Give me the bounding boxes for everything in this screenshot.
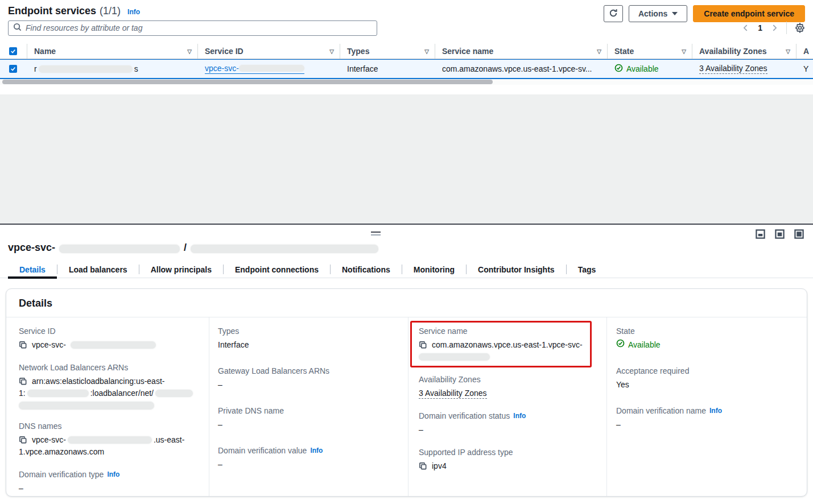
content-background (0, 94, 813, 224)
details-column-4: State Available Acceptance required Yes (607, 317, 807, 497)
previous-page-button[interactable] (742, 24, 750, 32)
search-box[interactable] (8, 20, 377, 36)
redacted-panel-title-name (191, 245, 378, 253)
nlb-arn-fragment: 1: (19, 387, 26, 399)
field-types: Types Interface (218, 327, 398, 351)
preferences-gear-button[interactable] (795, 23, 805, 33)
details-column-3: Service name com.amazonaws.vpce.us-east-… (408, 317, 607, 497)
column-header-service-id[interactable]: Service ID ▽ (198, 44, 340, 59)
info-link[interactable]: Info (107, 470, 119, 478)
panel-title-separator: / (184, 242, 187, 254)
column-header-label: Service ID (205, 47, 244, 56)
column-header-name[interactable]: Name ▽ (27, 44, 198, 59)
column-header-label: Name (34, 47, 56, 56)
column-header-label: A (803, 47, 809, 56)
column-header-label: State (614, 47, 634, 56)
ip-type-value: ipv4 (432, 460, 447, 472)
page-number[interactable]: 1 (758, 23, 762, 32)
details-card: Details Service ID vpce-svc- Network Loa… (6, 288, 807, 497)
column-header-label: Types (347, 47, 369, 56)
tab-endpoint-connections[interactable]: Endpoint connections (224, 261, 330, 278)
acceptance-value: Yes (616, 379, 797, 391)
table-row: r s vpce-svc- Interface com.amazonaws.vp… (0, 59, 813, 79)
row-service-id-cell: vpce-svc- (198, 60, 340, 78)
refresh-button[interactable] (604, 5, 623, 22)
copy-icon[interactable] (19, 341, 27, 349)
panel-position-bottom-icon[interactable] (756, 229, 765, 239)
filter-icon[interactable]: ▽ (424, 48, 429, 55)
select-all-checkbox[interactable] (9, 47, 17, 55)
service-id-link[interactable]: vpce-svc- (205, 64, 304, 74)
split-panel-layout-controls (756, 229, 804, 239)
column-header-label: Service name (442, 47, 493, 56)
row-checkbox[interactable] (9, 65, 17, 73)
next-page-button[interactable] (770, 24, 778, 32)
filter-icon[interactable]: ▽ (597, 48, 601, 55)
column-header-state[interactable]: State ▽ (608, 44, 692, 59)
page-header: Endpoint services (1/1) Info Actions Cre… (0, 0, 813, 20)
copy-icon[interactable] (419, 341, 427, 349)
empty-value: – (419, 424, 596, 436)
info-link[interactable]: Info (310, 447, 323, 455)
table-header-row: Name ▽ Service ID ▽ Types ▽ Service name… (0, 44, 813, 59)
column-header-availability-zones[interactable]: Availability Zones ▽ (692, 44, 797, 59)
tab-allow-principals[interactable]: Allow principals (139, 261, 223, 278)
row-name-fragment: r (34, 64, 37, 73)
search-input[interactable] (26, 23, 372, 32)
availability-zones-link[interactable]: 3 Availability Zones (419, 389, 487, 399)
tab-notifications[interactable]: Notifications (331, 261, 402, 278)
info-link[interactable]: Info (709, 407, 722, 415)
resource-count: (1/1) (100, 5, 121, 17)
dns-fragment: .us-east- (154, 434, 184, 446)
column-header-types[interactable]: Types ▽ (340, 44, 435, 59)
horizontal-scrollbar-thumb[interactable] (2, 80, 493, 84)
copy-icon[interactable] (19, 377, 27, 386)
dns-fragment: vpce-svc- (32, 434, 66, 446)
filter-icon[interactable]: ▽ (682, 48, 686, 55)
empty-value: – (218, 458, 398, 470)
tab-details[interactable]: Details (8, 261, 57, 278)
field-label: Availability Zones (419, 375, 596, 384)
field-availability-zones: Availability Zones 3 Availability Zones (419, 375, 596, 399)
nlb-arn-fragment: :loadbalancer/net/ (90, 387, 154, 399)
filter-icon[interactable]: ▽ (329, 48, 334, 55)
field-dns-names: DNS names vpce-svc- .us-east- 1.vpce.ama… (19, 422, 199, 458)
row-select-cell (0, 60, 27, 78)
panel-position-full-icon[interactable] (794, 229, 804, 239)
search-icon (13, 23, 22, 33)
field-label: Private DNS name (218, 406, 398, 415)
field-label: DNS names (19, 422, 199, 431)
filter-icon[interactable]: ▽ (187, 48, 192, 55)
row-availability-zones-cell: 3 Availability Zones (692, 60, 797, 78)
header-info-link[interactable]: Info (127, 8, 140, 16)
details-column-2: Types Interface Gateway Load Balancers A… (209, 317, 408, 497)
redacted-name (39, 65, 133, 73)
tab-monitoring[interactable]: Monitoring (402, 261, 466, 278)
copy-icon[interactable] (419, 462, 427, 470)
toolbar-divider (786, 22, 787, 34)
actions-button[interactable]: Actions (629, 5, 687, 22)
tab-contributor-insights[interactable]: Contributor Insights (467, 261, 566, 278)
column-header-service-name[interactable]: Service name ▽ (435, 44, 608, 59)
create-endpoint-service-button[interactable]: Create endpoint service (693, 5, 805, 22)
details-card-body: Service ID vpce-svc- Network Load Balanc… (6, 317, 807, 497)
empty-value: – (218, 379, 398, 391)
nlb-arn-line: arn:aws:elasticloadbalancing:us-east- (32, 375, 164, 387)
filter-icon[interactable]: ▽ (786, 48, 790, 55)
copy-icon[interactable] (19, 436, 27, 444)
field-label: Domain verification status (419, 411, 510, 420)
redacted-panel-title-id (59, 245, 180, 253)
availability-zones-link[interactable]: 3 Availability Zones (699, 64, 767, 74)
redacted-account-id (27, 390, 89, 397)
info-link[interactable]: Info (513, 412, 526, 420)
field-service-name: Service name com.amazonaws.vpce.us-east-… (419, 327, 584, 361)
split-panel-drag-handle[interactable] (371, 232, 381, 236)
field-label: Service name (419, 327, 584, 336)
tab-tags[interactable]: Tags (567, 261, 608, 278)
column-header-acceptance[interactable]: A (797, 44, 813, 59)
field-nlb-arns: Network Load Balancers ARNs arn:aws:elas… (19, 363, 199, 410)
actions-button-label: Actions (638, 9, 667, 18)
redacted-dns (68, 436, 152, 444)
panel-position-split-icon[interactable] (775, 229, 785, 239)
tab-load-balancers[interactable]: Load balancers (57, 261, 139, 278)
